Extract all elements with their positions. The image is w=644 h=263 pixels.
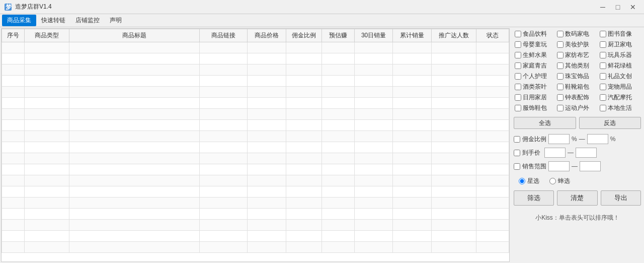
category-personal-care[interactable]: 个人护理 xyxy=(514,72,556,81)
checkbox-food-beverage[interactable] xyxy=(515,31,521,37)
checkbox-mother-child[interactable] xyxy=(515,41,521,48)
category-food-beverage[interactable]: 食品饮料 xyxy=(514,29,556,39)
col-header-link[interactable]: 商品链接 xyxy=(200,29,248,42)
checkbox-watch-accessory[interactable] xyxy=(557,94,564,101)
filter-input-take-price-min[interactable] xyxy=(544,148,566,158)
col-header-seq[interactable]: 序号 xyxy=(2,29,25,42)
category-tea-alcohol[interactable]: 酒类茶叶 xyxy=(514,82,556,92)
menu-item-product-collect[interactable]: 商品采集 xyxy=(2,15,36,26)
clear-button[interactable]: 清楚 xyxy=(557,190,597,206)
checkbox-home-youth[interactable] xyxy=(515,62,521,69)
table-cell xyxy=(432,153,476,164)
col-header-price[interactable]: 商品价格 xyxy=(248,29,286,42)
col-header-estimate[interactable]: 预估赚 xyxy=(321,29,354,42)
checkbox-jewelry[interactable] xyxy=(557,73,564,80)
category-digital-appliance[interactable]: 数码家电 xyxy=(556,29,598,39)
category-shoes-bags[interactable]: 鞋靴箱包 xyxy=(556,82,598,92)
category-other[interactable]: 其他类别 xyxy=(556,61,598,71)
checkbox-beauty-care[interactable] xyxy=(557,41,564,48)
col-header-commission[interactable]: 佣金比例 xyxy=(286,29,321,42)
checkbox-outdoor-sport[interactable] xyxy=(557,105,564,111)
col-header-total[interactable]: 累计销量 xyxy=(393,29,432,42)
filter-checkbox-sales-range[interactable] xyxy=(514,163,520,170)
table-cell xyxy=(200,153,248,164)
category-watch-accessory[interactable]: 钟表配饰 xyxy=(556,93,598,102)
menu-item-statement[interactable]: 声明 xyxy=(105,15,127,26)
invert-select-button[interactable]: 反选 xyxy=(579,117,641,129)
category-toy-instrument[interactable]: 玩具乐器 xyxy=(599,50,641,60)
checkbox-textile-cloth[interactable] xyxy=(557,52,564,58)
checkbox-daily-home[interactable] xyxy=(515,94,521,101)
close-button[interactable]: ✕ xyxy=(626,2,640,12)
checkbox-personal-care[interactable] xyxy=(515,73,521,80)
category-home-youth[interactable]: 家庭青吉 xyxy=(514,61,556,71)
category-local-life[interactable]: 本地生活 xyxy=(599,103,641,113)
filter-input-sales-range-min[interactable] xyxy=(548,161,570,171)
category-jewelry[interactable]: 珠宝饰品 xyxy=(556,72,598,81)
filter-checkbox-commission[interactable] xyxy=(514,136,520,143)
category-daily-home[interactable]: 日用家居 xyxy=(514,93,556,102)
restore-button[interactable]: □ xyxy=(611,2,625,12)
radio-input-snail[interactable] xyxy=(549,178,556,184)
checkbox-pet-products[interactable] xyxy=(600,84,606,90)
filter-input-commission-max[interactable] xyxy=(587,134,608,144)
minimize-button[interactable]: ─ xyxy=(596,2,610,12)
export-button[interactable]: 导出 xyxy=(601,190,641,206)
checkbox-local-life[interactable] xyxy=(600,105,606,111)
checkbox-digital-appliance[interactable] xyxy=(557,31,564,37)
table-cell xyxy=(69,53,200,64)
radio-label-snail: 蟀选 xyxy=(558,177,570,185)
category-clothing-shoes[interactable]: 服饰鞋包 xyxy=(514,103,556,113)
table-cell xyxy=(476,175,509,186)
category-flower-green[interactable]: 鲜花绿植 xyxy=(599,61,641,71)
select-all-button[interactable]: 全选 xyxy=(514,117,576,129)
table-cell xyxy=(2,175,25,186)
filter-input-commission-min[interactable] xyxy=(548,134,570,144)
checkbox-books-media[interactable] xyxy=(600,31,606,37)
category-checkbox-grid: 食品饮料 数码家电 图书音像 母婴童玩 美妆护肤 厨卫家电 生鲜水果 家纺布艺 xyxy=(514,29,641,113)
category-books-media[interactable]: 图书音像 xyxy=(599,29,641,39)
filter-input-take-price-max[interactable] xyxy=(576,148,597,158)
col-header-type[interactable]: 商品类型 xyxy=(24,29,69,42)
table-cell xyxy=(24,209,69,220)
col-header-sales30[interactable]: 30日销量 xyxy=(354,29,393,42)
filter-input-sales-range-max[interactable] xyxy=(580,161,601,171)
table-cell xyxy=(200,64,248,76)
category-auto-moto[interactable]: 汽配摩托 xyxy=(599,93,641,102)
col-header-title[interactable]: 商品标题 xyxy=(69,29,200,42)
checkbox-toy-instrument[interactable] xyxy=(600,52,606,58)
filter-button[interactable]: 筛选 xyxy=(514,190,554,206)
radio-input-star[interactable] xyxy=(519,178,525,184)
category-beauty-care[interactable]: 美妆护肤 xyxy=(556,40,598,49)
col-header-status[interactable]: 状态 xyxy=(476,29,509,42)
checkbox-shoes-bags[interactable] xyxy=(557,84,564,90)
checkbox-tea-alcohol[interactable] xyxy=(515,84,521,90)
checkbox-auto-moto[interactable] xyxy=(600,94,606,101)
table-cell xyxy=(432,242,476,253)
category-mother-child[interactable]: 母婴童玩 xyxy=(514,40,556,49)
checkbox-flower-green[interactable] xyxy=(600,62,606,69)
checkbox-kitchen-appliance[interactable] xyxy=(600,41,606,48)
table-cell xyxy=(200,209,248,220)
menu-item-quick-chain[interactable]: 快速转链 xyxy=(36,15,70,26)
menu-item-store-monitor[interactable]: 店铺监控 xyxy=(70,15,105,26)
radio-snail-select[interactable]: 蟀选 xyxy=(549,177,570,185)
data-table: 序号 商品类型 商品标题 商品链接 商品价格 佣金比例 预估赚 30日销量 累计… xyxy=(2,29,509,253)
category-kitchen-appliance[interactable]: 厨卫家电 xyxy=(599,40,641,49)
category-textile-cloth[interactable]: 家纺布艺 xyxy=(556,50,598,60)
filter-sep-take-price-dash: — xyxy=(568,149,574,156)
category-pet-products[interactable]: 宠物用品 xyxy=(599,82,641,92)
category-fresh-fruit[interactable]: 生鲜水果 xyxy=(514,50,556,60)
filter-checkbox-take-price[interactable] xyxy=(514,150,520,156)
category-gifts-culture[interactable]: 礼品文创 xyxy=(599,72,641,81)
col-header-promoters[interactable]: 推广达人数 xyxy=(432,29,476,42)
table-cell xyxy=(2,120,25,131)
table-cell xyxy=(200,242,248,253)
table-cell xyxy=(476,98,509,109)
checkbox-gifts-culture[interactable] xyxy=(600,73,606,80)
category-outdoor-sport[interactable]: 运动户外 xyxy=(556,103,598,113)
radio-star-select[interactable]: 星选 xyxy=(519,177,539,185)
checkbox-other[interactable] xyxy=(557,62,564,69)
checkbox-fresh-fruit[interactable] xyxy=(515,52,521,58)
checkbox-clothing-shoes[interactable] xyxy=(515,105,521,111)
